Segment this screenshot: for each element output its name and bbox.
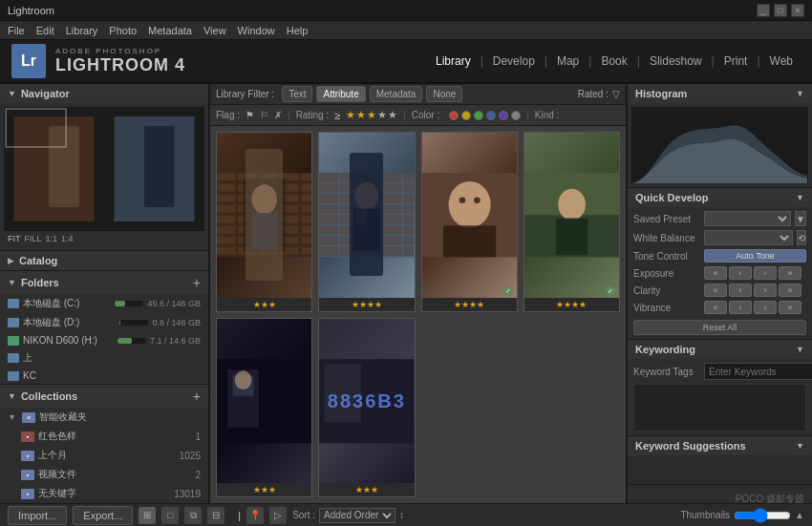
photo-cell-1[interactable]: ★★★ xyxy=(216,132,312,312)
kw-tags-input[interactable] xyxy=(704,363,812,380)
menu-help[interactable]: Help xyxy=(287,25,309,36)
qd-clarity-dec[interactable]: ‹ xyxy=(729,284,752,297)
slideshow-icon[interactable]: ▷ xyxy=(269,507,287,524)
maximize-button[interactable]: □ xyxy=(774,4,787,17)
menu-view[interactable]: View xyxy=(203,25,226,36)
photo-cell-2[interactable]: ★★★★ xyxy=(318,132,415,312)
module-library[interactable]: Library xyxy=(428,51,479,72)
menu-photo[interactable]: Photo xyxy=(109,25,137,36)
folder-item-kc[interactable]: KC xyxy=(0,368,208,384)
qd-vibrance-inc[interactable]: › xyxy=(754,301,777,314)
quick-develop-header[interactable]: Quick Develop ▼ xyxy=(628,188,812,207)
close-button[interactable]: × xyxy=(791,4,804,17)
qd-wb-btn[interactable]: ⟲ xyxy=(797,230,806,245)
color-dot-purple[interactable] xyxy=(499,111,508,120)
map-pin-icon[interactable]: 📍 xyxy=(246,507,264,524)
qd-clarity-inc2[interactable]: » xyxy=(779,284,801,297)
menu-edit[interactable]: Edit xyxy=(36,25,54,36)
qd-exposure-inc2[interactable]: » xyxy=(779,266,801,280)
qd-wb-select[interactable] xyxy=(704,230,793,245)
survey-view-icon[interactable]: ⊟ xyxy=(207,507,224,524)
qd-clarity-dec2[interactable]: « xyxy=(704,284,727,297)
export-button[interactable]: Export... xyxy=(73,506,133,525)
grid-view-icon[interactable]: ⊞ xyxy=(139,507,156,524)
menu-metadata[interactable]: Metadata xyxy=(148,25,192,36)
menu-window[interactable]: Window xyxy=(238,25,275,36)
module-map[interactable]: Map xyxy=(549,51,587,72)
color-dot-yellow[interactable] xyxy=(461,111,471,120)
minimize-button[interactable]: _ xyxy=(757,4,770,17)
folder-item-d[interactable]: 本地磁盘 (D:) 0.6 / 146 GB xyxy=(0,313,208,332)
module-web[interactable]: Web xyxy=(762,51,801,72)
star-3[interactable]: ★ xyxy=(367,109,376,121)
star-2[interactable]: ★ xyxy=(356,109,366,121)
qd-preset-btn[interactable]: ▼ xyxy=(795,211,806,226)
menu-library[interactable]: Library xyxy=(66,25,98,36)
qd-vibrance-inc2[interactable]: » xyxy=(779,301,801,314)
color-dot-blue[interactable] xyxy=(486,111,496,120)
filter-expand-icon[interactable]: ▽ xyxy=(612,89,620,99)
qd-exposure-dec2[interactable]: « xyxy=(704,266,727,280)
import-button[interactable]: Import... xyxy=(8,506,67,525)
catalog-header[interactable]: ▶ Catalog xyxy=(0,251,208,270)
sort-direction-icon[interactable]: ↕ xyxy=(399,510,404,520)
folder-item-nikon[interactable]: NIKON D600 (H:) 7.1 / 14.6 GB xyxy=(0,332,208,348)
star-4[interactable]: ★ xyxy=(377,109,387,121)
qd-preset-select[interactable] xyxy=(704,211,791,226)
module-slideshow[interactable]: Slideshow xyxy=(642,51,710,72)
star-1[interactable]: ★ xyxy=(346,109,355,121)
collection-red[interactable]: ▪ 红色色样 1 xyxy=(0,427,208,446)
compare-view-icon[interactable]: ⧉ xyxy=(184,507,202,524)
nav-fit[interactable]: FIT xyxy=(8,234,21,243)
folders-header[interactable]: ▼ Folders + xyxy=(0,271,208,294)
navigator-header[interactable]: ▼ Navigator xyxy=(0,84,208,103)
photo-cell-4[interactable]: ★★★★ ✓ xyxy=(524,132,620,312)
collections-header[interactable]: ▼ Collections + xyxy=(0,385,208,408)
collection-video[interactable]: ▪ 视频文件 2 xyxy=(0,465,208,484)
color-dot-red[interactable] xyxy=(449,111,459,120)
filter-metadata-btn[interactable]: Metadata xyxy=(370,86,423,102)
nav-1-4[interactable]: 1:4 xyxy=(61,234,74,243)
qd-exposure-dec[interactable]: ‹ xyxy=(729,266,752,280)
collection-smart[interactable]: ▼ ≡ 智能收藏夹 xyxy=(0,408,208,427)
sort-select[interactable]: Added Order xyxy=(319,508,395,523)
star-5[interactable]: ★ xyxy=(388,109,397,121)
qd-vibrance-dec2[interactable]: « xyxy=(704,301,727,314)
collection-month[interactable]: ▪ 上个月 1025 xyxy=(0,446,208,465)
photo-cell-3[interactable]: ★★★★ ✓ xyxy=(421,132,518,312)
photo-cell-6[interactable]: 8836B3 ★★★ xyxy=(318,318,415,498)
qd-auto-tone-btn[interactable]: Auto Tone xyxy=(704,249,806,263)
color-dot-gray[interactable] xyxy=(511,111,521,120)
star-rating[interactable]: ★ ★ ★ ★ ★ xyxy=(346,109,397,121)
module-print[interactable]: Print xyxy=(716,51,756,72)
collections-add-button[interactable]: + xyxy=(193,389,201,404)
kw-suggestions-header[interactable]: Keyword Suggestions ▼ xyxy=(628,436,812,455)
folders-add-button[interactable]: + xyxy=(193,275,201,290)
filter-attribute-btn[interactable]: Attribute xyxy=(316,86,365,102)
qd-reset-btn[interactable]: Reset All xyxy=(633,320,806,335)
qd-vibrance-dec[interactable]: ‹ xyxy=(729,301,752,314)
loupe-view-icon[interactable]: □ xyxy=(161,507,179,524)
thumbnails-slider[interactable] xyxy=(734,510,791,521)
histogram-header[interactable]: Histogram ▼ xyxy=(628,84,812,103)
folder-item-u[interactable]: 上 xyxy=(0,348,208,368)
color-dot-green[interactable] xyxy=(474,111,483,120)
flag-picked-icon[interactable]: ⚐ xyxy=(260,110,268,120)
collection-nokw[interactable]: ▪ 无关键字 13019 xyxy=(0,484,208,503)
folder-item-c[interactable]: 本地磁盘 (C:) 49.6 / 146 GB xyxy=(0,294,208,313)
qd-exposure-inc[interactable]: › xyxy=(754,266,777,280)
flag-rejected-icon[interactable]: ✗ xyxy=(274,110,282,120)
module-book[interactable]: Book xyxy=(593,51,634,72)
thumbnails-expand-icon[interactable]: ▲ xyxy=(795,510,804,520)
nav-1-1[interactable]: 1:1 xyxy=(46,234,58,243)
qd-preset-label: Saved Preset xyxy=(633,214,700,224)
filter-text-btn[interactable]: Text xyxy=(282,86,312,102)
qd-clarity-inc[interactable]: › xyxy=(754,284,777,297)
menu-file[interactable]: File xyxy=(8,25,25,36)
filter-none-btn[interactable]: None xyxy=(426,86,462,102)
photo-cell-5[interactable]: ★★★ xyxy=(216,318,312,498)
nav-fill[interactable]: FILL xyxy=(25,234,42,243)
keywording-header[interactable]: Keywording ▼ xyxy=(628,340,812,359)
flag-all-icon[interactable]: ⚑ xyxy=(246,110,254,120)
module-develop[interactable]: Develop xyxy=(485,51,543,72)
